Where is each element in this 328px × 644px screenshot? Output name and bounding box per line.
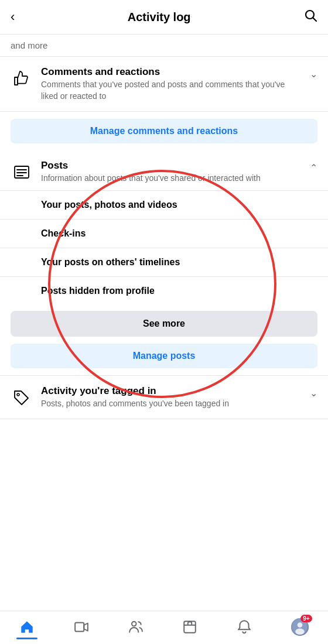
nav-home[interactable] — [13, 617, 40, 637]
thumbsup-icon — [11, 67, 33, 90]
content-area: and more Comments and reactions Comments… — [0, 35, 328, 419]
nav-friends[interactable] — [122, 617, 149, 637]
tag-icon — [11, 386, 33, 409]
svg-rect-7 — [75, 622, 84, 631]
svg-rect-9 — [184, 621, 196, 633]
svg-point-11 — [297, 622, 302, 628]
and-more-text: and more — [0, 35, 328, 57]
comments-title: Comments and reactions — [41, 66, 302, 78]
posts-section: Posts Information about posts that you'v… — [0, 150, 328, 376]
search-button[interactable] — [303, 8, 317, 26]
back-button[interactable]: ‹ — [11, 9, 15, 25]
nav-video[interactable] — [68, 617, 95, 637]
svg-point-8 — [132, 622, 136, 626]
see-more-button[interactable]: See more — [11, 311, 317, 337]
avatar: 9+ — [291, 618, 309, 636]
posts-item-2[interactable]: Check-ins — [0, 219, 328, 248]
svg-rect-2 — [15, 166, 29, 178]
manage-comments-button[interactable]: Manage comments and reactions — [11, 119, 317, 143]
posts-header: Posts Information about posts that you'v… — [0, 150, 328, 190]
manage-posts-button[interactable]: Manage posts — [11, 344, 317, 368]
comments-chevron[interactable]: ⌄ — [310, 68, 317, 80]
posts-text-block: Posts Information about posts that you'v… — [41, 160, 302, 184]
header: ‹ Activity log — [0, 0, 328, 35]
posts-item-1[interactable]: Your posts, photos and videos — [0, 190, 328, 219]
bottom-nav: 9+ — [0, 611, 328, 644]
posts-item-4[interactable]: Posts hidden from profile — [0, 276, 328, 305]
nav-marketplace[interactable] — [176, 617, 203, 637]
comments-section: Comments and reactions Comments that you… — [0, 57, 328, 112]
posts-icon — [11, 161, 33, 183]
posts-chevron[interactable]: ⌃ — [310, 162, 317, 173]
tagged-title: Activity you're tagged in — [41, 385, 302, 397]
posts-title: Posts — [41, 160, 302, 172]
nav-active-indicator — [16, 638, 37, 639]
tagged-chevron[interactable]: ⌄ — [310, 388, 317, 399]
svg-line-1 — [313, 18, 317, 22]
nav-notifications[interactable] — [231, 617, 258, 637]
nav-profile[interactable]: 9+ — [285, 616, 315, 638]
posts-item-3[interactable]: Your posts on others' timelines — [0, 248, 328, 276]
comments-text-block: Comments and reactions Comments that you… — [41, 66, 302, 102]
tagged-text-block: Activity you're tagged in Posts, photos … — [41, 385, 302, 410]
tagged-desc: Posts, photos and comments you've been t… — [41, 398, 302, 410]
notification-badge: 9+ — [300, 615, 312, 622]
tagged-section: Activity you're tagged in Posts, photos … — [0, 376, 328, 420]
svg-point-12 — [295, 629, 305, 635]
page-title: Activity log — [128, 11, 191, 24]
posts-desc: Information about posts that you've shar… — [41, 173, 302, 184]
svg-point-6 — [17, 393, 19, 396]
comments-desc: Comments that you've posted and posts an… — [41, 79, 302, 102]
